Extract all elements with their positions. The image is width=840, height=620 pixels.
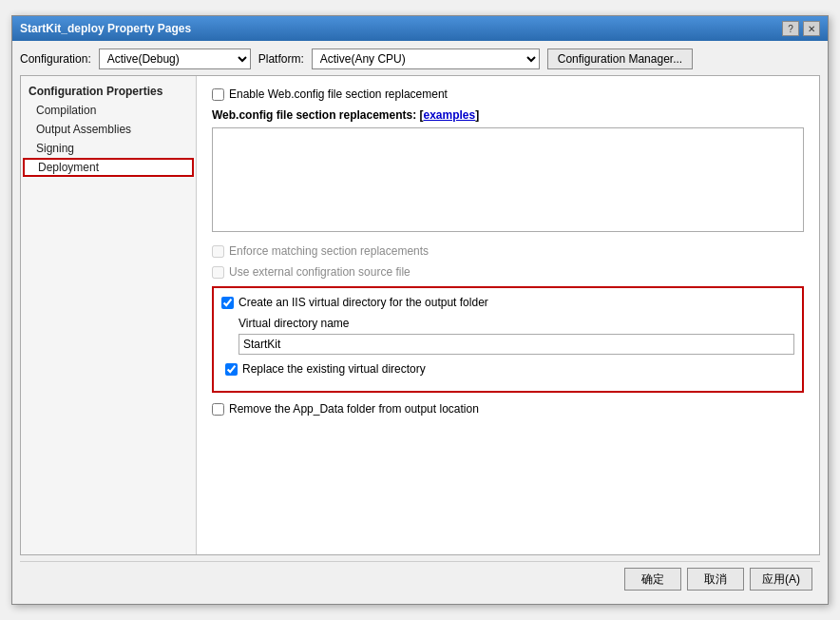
main-window: StartKit_deploy Property Pages ? ✕ Confi… <box>11 15 829 605</box>
cancel-button[interactable]: 取消 <box>687 568 744 591</box>
main-panel: Configuration Properties Compilation Out… <box>20 75 820 555</box>
virtual-dir-section: Virtual directory name <box>221 317 794 362</box>
configuration-select[interactable]: Active(Debug) <box>99 48 251 69</box>
create-iis-checkbox[interactable] <box>221 297 234 309</box>
enable-webconfig-row: Enable Web.config file section replaceme… <box>212 87 804 101</box>
right-panel: Enable Web.config file section replaceme… <box>197 76 819 554</box>
title-bar: StartKit_deploy Property Pages ? ✕ <box>12 16 828 41</box>
bottom-buttons: 确定 取消 应用(A) <box>20 561 820 596</box>
platform-select[interactable]: Active(Any CPU) <box>312 48 540 69</box>
configuration-manager-button[interactable]: Configuration Manager... <box>547 48 693 69</box>
replace-existing-checkbox[interactable] <box>225 363 238 376</box>
sidebar-item-compilation[interactable]: Compilation <box>21 101 196 120</box>
sidebar-item-output-assemblies[interactable]: Output Assemblies <box>21 120 196 139</box>
enable-webconfig-label: Enable Web.config file section replaceme… <box>229 87 448 101</box>
virtual-dir-input[interactable] <box>239 334 794 355</box>
window-title: StartKit_deploy Property Pages <box>20 22 191 35</box>
top-bar: Configuration: Active(Debug) Platform: A… <box>20 48 820 69</box>
enable-webconfig-checkbox[interactable] <box>212 88 224 101</box>
remove-app-data-label: Remove the App_Data folder from output l… <box>229 402 479 416</box>
create-iis-row: Create an IIS virtual directory for the … <box>221 296 794 309</box>
virtual-dir-name-label: Virtual directory name <box>239 317 794 330</box>
title-bar-controls: ? ✕ <box>782 21 820 36</box>
sidebar-item-deployment[interactable]: Deployment <box>23 158 194 177</box>
remove-app-data-row: Remove the App_Data folder from output l… <box>212 402 804 416</box>
replace-existing-label: Replace the existing virtual directory <box>242 362 426 376</box>
iis-virtual-dir-box: Create an IIS virtual directory for the … <box>212 286 804 393</box>
examples-link[interactable]: examples <box>424 108 476 122</box>
sidebar: Configuration Properties Compilation Out… <box>21 76 197 554</box>
webconfig-section-label: Web.config file section replacements: [e… <box>212 108 804 122</box>
ok-button[interactable]: 确定 <box>624 568 681 591</box>
use-external-checkbox[interactable] <box>212 266 224 279</box>
enforce-matching-row: Enforce matching section replacements <box>212 244 804 258</box>
enforce-matching-label: Enforce matching section replacements <box>229 244 429 258</box>
enforce-matching-checkbox[interactable] <box>212 245 224 258</box>
platform-label: Platform: <box>258 52 304 66</box>
create-iis-label: Create an IIS virtual directory for the … <box>239 296 488 309</box>
use-external-row: Use external configration source file <box>212 265 804 279</box>
webconfig-textarea[interactable] <box>212 127 804 232</box>
content-area: Configuration: Active(Debug) Platform: A… <box>12 41 828 604</box>
close-button[interactable]: ✕ <box>803 21 820 36</box>
use-external-label: Use external configration source file <box>229 265 410 279</box>
help-button[interactable]: ? <box>782 21 799 36</box>
apply-button[interactable]: 应用(A) <box>750 568 812 591</box>
config-label: Configuration: <box>20 52 91 66</box>
replace-existing-row: Replace the existing virtual directory <box>221 362 794 376</box>
sidebar-item-signing[interactable]: Signing <box>21 139 196 158</box>
sidebar-group-label: Configuration Properties <box>21 82 196 101</box>
remove-app-data-checkbox[interactable] <box>212 403 224 416</box>
